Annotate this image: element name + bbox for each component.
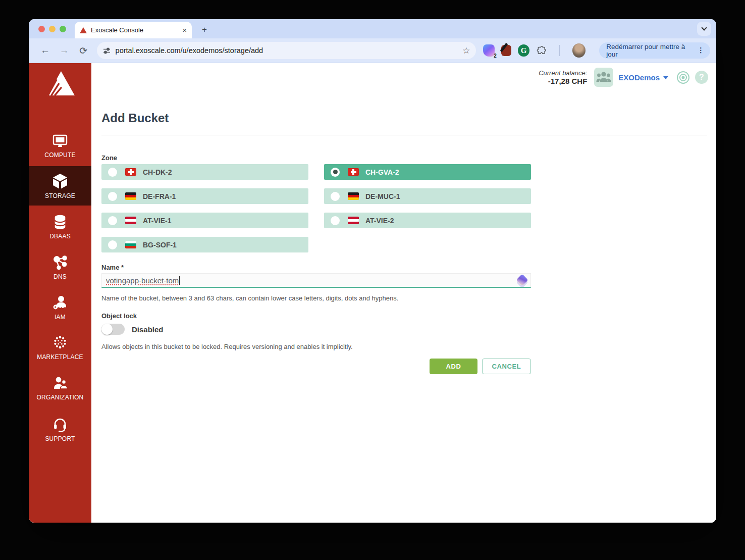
zone-option-label: AT-VIE-2: [365, 217, 394, 225]
sidebar-item-iam[interactable]: IAM: [29, 295, 91, 321]
account-name: EXODemos: [618, 73, 660, 82]
sidebar-item-dns[interactable]: DNS: [29, 254, 91, 280]
notifications-radar-icon[interactable]: [676, 71, 690, 84]
name-input-value: votingapp-bucket-tom: [106, 276, 179, 285]
browser-update-button[interactable]: Redémarrer pour mettre à jour ⋮: [599, 42, 710, 59]
add-button[interactable]: ADD: [430, 359, 477, 374]
radio-icon[interactable]: [331, 216, 340, 225]
tab-search-button[interactable]: [697, 22, 711, 36]
flag-germany-icon: [125, 192, 136, 200]
zone-option-bg-sof-1[interactable]: BG-SOF-1: [101, 237, 308, 252]
sidebar-item-marketplace[interactable]: MARKETPLACE: [29, 334, 91, 361]
site-settings-icon[interactable]: [103, 47, 111, 55]
reload-button[interactable]: ⟳: [78, 45, 89, 57]
sidebar-item-label: STORAGE: [45, 192, 75, 206]
tab-title: Exoscale Console: [91, 26, 178, 34]
text-cursor: [179, 276, 180, 285]
zone-option-label: CH-DK-2: [143, 168, 172, 176]
browser-profile-avatar[interactable]: [572, 43, 586, 58]
sidebar-item-label: DBAAS: [49, 233, 71, 240]
extension-colorpicker-icon[interactable]: [501, 45, 512, 56]
flag-germany-icon: [348, 192, 359, 200]
radio-icon[interactable]: [108, 240, 117, 249]
password-manager-diamond-icon[interactable]: [516, 274, 528, 286]
update-button-label: Redémarrer pour mettre à jour: [606, 43, 691, 58]
zone-option-ch-dk-2[interactable]: CH-DK-2: [101, 164, 308, 180]
forward-button[interactable]: →: [59, 45, 70, 56]
browser-window: Exoscale Console × + ← → ⟳ portal.exosca…: [29, 19, 716, 523]
back-button[interactable]: ←: [39, 45, 51, 56]
radio-icon[interactable]: [331, 192, 340, 201]
extension-badge: 2: [494, 53, 497, 59]
grammarly-icon[interactable]: G: [518, 44, 529, 57]
zone-option-at-vie-1[interactable]: AT-VIE-1: [101, 213, 308, 228]
cancel-button[interactable]: CANCEL: [482, 359, 531, 374]
close-tab-icon[interactable]: ×: [182, 26, 187, 34]
zone-option-at-vie-2[interactable]: AT-VIE-2: [324, 213, 531, 228]
name-field-label: Name *: [101, 264, 124, 271]
browser-toolbar: ← → ⟳ portal.exoscale.com/u/exodemos/sto…: [29, 38, 716, 63]
object-lock-toggle[interactable]: [101, 324, 125, 335]
balance-value: -17,28 CHF: [539, 77, 587, 85]
sidebar-item-organization[interactable]: ORGANIZATION: [29, 375, 91, 401]
url-text[interactable]: portal.exoscale.com/u/exodemos/storage/a…: [116, 46, 458, 55]
bookmark-star-icon[interactable]: ☆: [462, 45, 470, 56]
divider: [101, 135, 707, 135]
zone-option-de-fra-1[interactable]: DE-FRA-1: [101, 188, 308, 204]
form-actions: ADD CANCEL: [101, 359, 531, 374]
zone-options: CH-DK-2 CH-GVA-2 DE-FRA-1 DE-MUC-1: [101, 164, 531, 252]
sidebar-item-support[interactable]: SUPPORT: [29, 417, 91, 442]
headset-icon: [52, 417, 68, 433]
name-help-text: Name of the bucket, between 3 and 63 cha…: [101, 294, 398, 302]
sidebar-item-dbaas[interactable]: DBAAS: [29, 214, 91, 240]
fullscreen-window-button[interactable]: [60, 26, 66, 32]
object-lock-label: Object lock: [101, 312, 137, 320]
sidebar-item-compute[interactable]: COMPUTE: [29, 134, 91, 159]
flag-switzerland-icon: [348, 168, 359, 176]
close-window-button[interactable]: [38, 26, 45, 32]
zone-option-label: DE-MUC-1: [365, 192, 400, 200]
zone-field-label: Zone: [101, 154, 117, 162]
extensions-area: 2 G Redémarrer pour mettre à jour ⋮: [483, 42, 710, 59]
radio-icon[interactable]: [108, 216, 117, 225]
toolbar-divider: [559, 45, 560, 56]
page-title: Add Bucket: [101, 111, 169, 125]
object-lock-state: Disabled: [132, 325, 164, 334]
new-tab-button[interactable]: +: [199, 25, 210, 35]
people-icon: [52, 375, 68, 391]
sidebar-item-label: MARKETPLACE: [37, 353, 83, 361]
flag-austria-icon: [125, 217, 136, 224]
flag-bulgaria-icon: [125, 241, 136, 248]
object-lock-help-text: Allows objects in this bucket to be lock…: [101, 343, 353, 350]
organization-avatar[interactable]: [594, 68, 613, 87]
flag-austria-icon: [348, 217, 359, 224]
extensions-puzzle-icon[interactable]: [536, 45, 547, 56]
address-bar[interactable]: portal.exoscale.com/u/exodemos/storage/a…: [97, 42, 476, 59]
minimize-window-button[interactable]: [49, 26, 56, 32]
name-input[interactable]: votingapp-bucket-tom: [101, 273, 531, 288]
zone-option-ch-gva-2[interactable]: CH-GVA-2: [324, 164, 531, 180]
dot-burst-icon: [51, 334, 69, 351]
sidebar-item-label: DNS: [54, 273, 67, 280]
main-content: Current balance: -17,28 CHF EXODemos: [91, 63, 716, 523]
object-lock-row: Disabled: [101, 324, 164, 335]
group-icon: [596, 71, 611, 84]
balance: Current balance: -17,28 CHF: [539, 69, 587, 85]
sidebar-item-storage[interactable]: STORAGE: [29, 166, 91, 206]
extension-gradient-icon[interactable]: 2: [483, 44, 494, 57]
chevron-down-icon: [701, 25, 707, 30]
tab-exoscale-console[interactable]: Exoscale Console ×: [75, 22, 192, 38]
caret-down-icon: [663, 76, 668, 79]
sidebar-item-label: IAM: [55, 314, 66, 321]
exoscale-logo-icon[interactable]: [29, 70, 91, 97]
sidebar-item-label: SUPPORT: [45, 435, 75, 442]
radio-icon[interactable]: [108, 192, 117, 201]
radio-icon[interactable]: [108, 168, 117, 177]
account-menu[interactable]: EXODemos: [618, 73, 668, 82]
radio-selected-icon[interactable]: [331, 168, 340, 177]
help-icon[interactable]: ?: [695, 71, 708, 84]
tab-strip: Exoscale Console × +: [29, 19, 716, 38]
browser-menu-icon[interactable]: ⋮: [697, 47, 704, 54]
balance-label: Current balance:: [539, 69, 587, 77]
zone-option-de-muc-1[interactable]: DE-MUC-1: [324, 188, 531, 204]
